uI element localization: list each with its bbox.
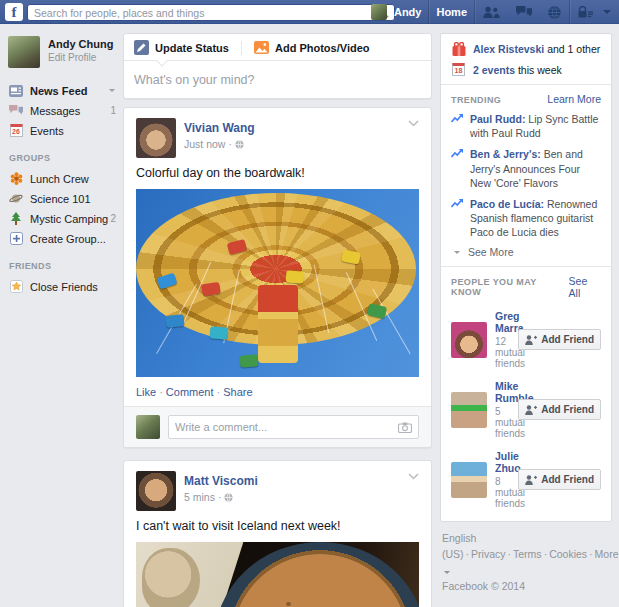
sidebar-item-mystic-camping[interactable]: Mystic Camping 2 [8, 210, 118, 227]
pymk-row: Mike Rumble 5 mutual friends Add Friend [451, 380, 601, 439]
pymk-mutual-friends: 5 mutual friends [495, 406, 518, 439]
facebook-page: f Andy Home [0, 0, 619, 607]
footer-link-cookies[interactable]: Cookies [549, 548, 587, 560]
right-sidebar: Alex Ristevski and 1 other 18 2 events t… [440, 33, 612, 603]
add-photos-video-tab[interactable]: Add Photos/Video [254, 41, 370, 54]
soup-bread [142, 548, 200, 607]
gift-icon [451, 42, 466, 56]
group-count-badge: 2 [110, 213, 118, 224]
sidebar-item-science-101[interactable]: Science 101 [8, 190, 118, 207]
post-author-name[interactable]: Matt Viscomi [184, 474, 258, 488]
trending-item[interactable]: Ben & Jerry's: Ben and Jerry's Announces… [451, 147, 601, 190]
footer-separator: · [587, 548, 595, 560]
post-options-chevron-icon[interactable] [408, 473, 419, 480]
trending-topic-link[interactable]: Paul Rudd: [470, 113, 525, 125]
post-author-avatar[interactable] [136, 118, 176, 158]
account-menu-caret-icon[interactable] [603, 10, 611, 14]
sidebar-item-close-friends[interactable]: Close Friends [8, 278, 118, 295]
post-author-avatar[interactable] [136, 471, 176, 511]
trending-arrow-icon [451, 147, 465, 190]
page-footer: English (US)·Privacy·Terms·Cookies·More … [440, 522, 612, 603]
news-feed-options-caret-icon[interactable] [109, 89, 115, 92]
like-link[interactable]: Like [136, 386, 156, 398]
add-friend-icon [525, 475, 537, 485]
update-status-tab[interactable]: Update Status [134, 40, 229, 55]
add-friend-label: Add Friend [541, 404, 594, 415]
privacy-globe-icon [235, 140, 244, 149]
messages-icon[interactable] [508, 0, 540, 24]
privacy-shortcuts-lock-icon[interactable] [570, 0, 601, 24]
trending-topic-link[interactable]: Paco de Lucía: [470, 198, 544, 210]
footer-more-caret-icon[interactable] [444, 571, 450, 574]
trending-see-more[interactable]: See More [451, 246, 601, 258]
sidebar-item-news-feed[interactable]: News Feed [8, 82, 118, 99]
search-bar[interactable] [27, 4, 395, 21]
add-friend-button[interactable]: Add Friend [518, 469, 601, 490]
footer-separator: · [506, 548, 514, 560]
trending-topic-link[interactable]: Ben & Jerry's: [470, 148, 541, 160]
post-action-row: Like·Comment·Share [124, 386, 431, 406]
pymk-avatar[interactable] [451, 322, 487, 358]
pymk-header: PEOPLE YOU MAY KNOW [451, 277, 569, 297]
comment-input[interactable] [169, 421, 398, 433]
pymk-name-link[interactable]: Greg Marra [495, 310, 518, 334]
birthday-suffix: and 1 other [544, 43, 600, 55]
composer-tab-divider [241, 41, 242, 55]
add-friend-button[interactable]: Add Friend [518, 399, 601, 420]
footer-link-terms[interactable]: Terms [513, 548, 542, 560]
add-photos-video-label: Add Photos/Video [275, 42, 370, 54]
notifications-globe-icon[interactable] [540, 0, 569, 24]
events-date-number: 18 [452, 63, 465, 76]
birthday-person-link[interactable]: Alex Ristevski [473, 43, 544, 55]
share-link[interactable]: Share [223, 386, 252, 398]
birthdays-row[interactable]: Alex Ristevski and 1 other [451, 42, 601, 56]
facebook-logo[interactable]: f [5, 3, 23, 21]
post-timestamp[interactable]: Just now [184, 138, 225, 150]
profile-name[interactable]: Andy Chung [48, 38, 113, 50]
pymk-name-link[interactable]: Mike Rumble [495, 380, 518, 404]
events-link[interactable]: 2 events [473, 64, 515, 76]
top-navbar: f Andy Home [0, 0, 619, 24]
pymk-avatar[interactable] [451, 462, 487, 498]
action-separator: · [214, 386, 224, 398]
navbar-profile-link[interactable]: Andy [387, 0, 429, 24]
search-input[interactable] [28, 7, 378, 19]
trending-section: TRENDING Learn More Paul Rudd: Lip Sync … [441, 84, 611, 266]
post-timestamp[interactable]: 5 mins [184, 491, 215, 503]
pymk-avatar[interactable] [451, 392, 487, 428]
add-friend-button[interactable]: Add Friend [518, 329, 601, 350]
edit-profile-link[interactable]: Edit Profile [48, 52, 113, 63]
meta-dot: · [228, 138, 232, 150]
navbar-profile-avatar[interactable] [371, 4, 387, 20]
group-flower-icon [8, 172, 24, 185]
post-photo-soup[interactable] [136, 542, 419, 607]
pymk-name-link[interactable]: Julie Zhuo [495, 450, 518, 474]
profile-block[interactable]: Andy Chung Edit Profile [8, 36, 118, 68]
footer-link-privacy[interactable]: Privacy [471, 548, 505, 560]
trending-item[interactable]: Paco de Lucía: Renowned Spanish flamenco… [451, 197, 601, 240]
trending-item[interactable]: Paul Rudd: Lip Sync Battle with Paul Rud… [451, 112, 601, 140]
commenter-avatar[interactable] [136, 415, 160, 439]
sidebar-item-events[interactable]: 26 Events [8, 122, 118, 139]
add-friend-icon [525, 335, 537, 345]
sidebar-item-label: Create Group... [30, 233, 106, 245]
sidebar-item-label: News Feed [30, 85, 87, 97]
events-row[interactable]: 18 2 events this week [451, 63, 601, 76]
friend-requests-icon[interactable] [475, 0, 508, 24]
navbar-home-link[interactable]: Home [429, 0, 474, 24]
pymk-see-all-link[interactable]: See All [569, 275, 601, 299]
sidebar-item-messages[interactable]: Messages 1 [8, 102, 118, 119]
sidebar-item-create-group[interactable]: Create Group... [8, 230, 118, 247]
comment-link[interactable]: Comment [166, 386, 214, 398]
pymk-row: Greg Marra 12 mutual friends Add Friend [451, 310, 601, 369]
profile-avatar[interactable] [8, 36, 40, 68]
post-author-name[interactable]: Vivian Wang [184, 121, 255, 135]
sidebar-item-lunch-crew[interactable]: Lunch Crew [8, 170, 118, 187]
camera-icon[interactable] [398, 422, 412, 433]
post-photo-carousel[interactable] [136, 189, 419, 377]
status-input[interactable] [134, 73, 421, 87]
post-options-chevron-icon[interactable] [408, 120, 419, 127]
sidebar-item-label: Events [30, 125, 64, 137]
trending-learn-more-link[interactable]: Learn More [547, 93, 601, 105]
footer-link-more[interactable]: More [595, 548, 619, 560]
